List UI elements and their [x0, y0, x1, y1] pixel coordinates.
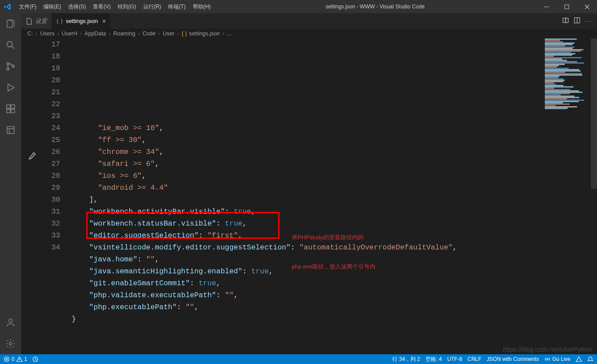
bc-part[interactable]: C:	[27, 31, 33, 37]
tab-label: settings.json	[66, 18, 98, 24]
svg-rect-13	[563, 18, 566, 23]
menu-bar: 文件(F) 编辑(E) 选择(S) 查看(V) 转到(G) 运行(R) 终端(T…	[15, 0, 214, 13]
file-icon	[26, 18, 33, 25]
svg-rect-8	[7, 109, 10, 113]
activity-scm[interactable]	[0, 56, 21, 77]
open-changes-icon[interactable]	[562, 17, 569, 25]
svg-rect-9	[11, 109, 15, 113]
code-content[interactable]: 将PHPstudy的安装路径内的 php.exe路径，放入这两个引号内 "ie_…	[72, 38, 597, 354]
tab-label: 设置	[35, 17, 47, 25]
menu-selection[interactable]: 选择(S)	[65, 0, 89, 13]
menu-run[interactable]: 运行(R)	[140, 0, 165, 13]
svg-rect-1	[565, 5, 569, 9]
title-bar: 文件(F) 编辑(E) 选择(S) 查看(V) 转到(G) 运行(R) 终端(T…	[0, 0, 597, 13]
status-problems[interactable]: 0 1	[4, 356, 27, 362]
menu-terminal[interactable]: 终端(T)	[165, 0, 189, 13]
status-bar: 0 1 行 34，列 2 空格: 4 UTF-8 CRLF JSON with …	[0, 354, 597, 364]
svg-rect-0	[544, 7, 549, 7]
activity-account[interactable]	[0, 312, 21, 333]
activity-settings[interactable]	[0, 333, 21, 354]
scrollbar-thumb[interactable]	[591, 38, 597, 189]
svg-rect-14	[566, 18, 568, 23]
menu-go[interactable]: 转到(G)	[114, 0, 139, 13]
status-indent[interactable]: 空格: 4	[425, 356, 442, 363]
menu-edit[interactable]: 编辑(E)	[40, 0, 65, 13]
status-feedback[interactable]	[576, 356, 582, 362]
window-title: settings.json - WWW - Visual Studio Code	[214, 4, 536, 10]
tab-settings-ui[interactable]: 设置	[21, 13, 52, 29]
svg-point-11	[9, 319, 12, 322]
menu-file[interactable]: 文件(F)	[15, 0, 40, 13]
minimize-button[interactable]	[536, 0, 556, 13]
bc-part[interactable]: Users	[40, 31, 55, 37]
svg-rect-10	[7, 126, 14, 134]
line-number-gutter: 171819202122232425262728293031323334	[43, 38, 72, 354]
window-controls	[536, 0, 597, 13]
breadcrumb[interactable]: C:› Users› UserH› AppData› Roaming› Code…	[21, 29, 597, 38]
status-go-live[interactable]: Go Live	[544, 356, 570, 362]
bc-part[interactable]: AppData	[84, 31, 106, 37]
bc-file[interactable]: settings.json	[189, 31, 220, 37]
editor-scrollbar[interactable]	[591, 38, 597, 354]
activity-debug[interactable]	[0, 77, 21, 98]
svg-point-5	[12, 65, 15, 68]
activity-explorer[interactable]	[0, 13, 21, 34]
status-cursor[interactable]: 行 34，列 2	[392, 356, 420, 363]
menu-view[interactable]: 查看(V)	[89, 0, 114, 13]
bc-part[interactable]: Roaming	[113, 31, 135, 37]
bc-trail[interactable]: ...	[227, 31, 231, 37]
svg-point-18	[547, 358, 548, 360]
status-ports[interactable]	[32, 356, 38, 362]
json-icon: { }	[182, 31, 187, 37]
svg-point-4	[7, 68, 9, 70]
close-button[interactable]	[577, 0, 597, 13]
close-tab-icon[interactable]: ×	[102, 18, 106, 25]
svg-point-2	[7, 42, 12, 47]
editor-actions: ···	[558, 13, 597, 29]
svg-point-3	[7, 63, 9, 65]
editor-area: 设置 { } settings.json × ··· C:› Users› Us…	[21, 13, 597, 354]
bc-part[interactable]: User	[163, 31, 174, 37]
activity-extensions[interactable]	[0, 98, 21, 119]
minimap[interactable]	[543, 38, 591, 109]
activity-preview[interactable]	[0, 119, 21, 141]
vscode-logo-icon	[0, 3, 15, 11]
edit-pencil-icon[interactable]	[28, 152, 36, 160]
svg-rect-7	[11, 105, 15, 108]
code-viewport[interactable]: 171819202122232425262728293031323334 将PH…	[21, 38, 597, 354]
watermark-text: https://blog.csdn.net/UserPython	[503, 346, 593, 353]
tabs-row: 设置 { } settings.json × ···	[21, 13, 597, 29]
status-lang[interactable]: JSON with Comments	[487, 356, 539, 362]
more-actions-icon[interactable]: ···	[585, 18, 593, 24]
bc-part[interactable]: Code	[142, 31, 156, 37]
status-eol[interactable]: CRLF	[467, 356, 481, 362]
svg-point-12	[9, 342, 12, 345]
bc-part[interactable]: UserH	[62, 31, 77, 37]
split-editor-icon[interactable]	[574, 17, 581, 25]
annotation-text: 将PHPstudy的安装路径内的 php.exe路径，放入这两个引号内	[292, 213, 375, 291]
status-notifications[interactable]	[587, 356, 593, 362]
status-encoding[interactable]: UTF-8	[447, 356, 462, 362]
activity-bar	[0, 13, 21, 354]
activity-search[interactable]	[0, 34, 21, 56]
menu-help[interactable]: 帮助(H)	[189, 0, 214, 13]
json-icon: { }	[56, 18, 63, 25]
maximize-button[interactable]	[556, 0, 577, 13]
svg-rect-6	[7, 105, 10, 108]
tab-settings-json[interactable]: { } settings.json ×	[52, 13, 111, 29]
